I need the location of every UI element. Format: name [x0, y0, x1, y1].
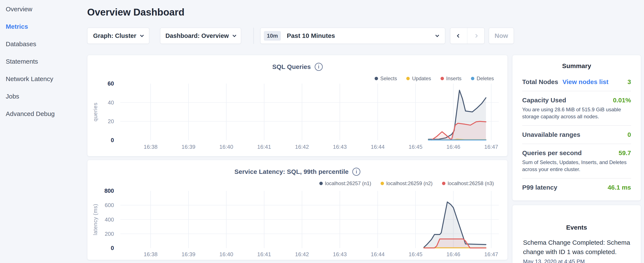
time-step-forward-button[interactable] — [467, 28, 484, 44]
sidebar-item-statements[interactable]: Statements — [0, 53, 85, 70]
summary-row-p99-latency: P99 latency 46.1 ms — [522, 178, 631, 196]
summary-row-total-nodes: Total Nodes View nodes list 3 — [522, 73, 631, 91]
view-nodes-list-link[interactable]: View nodes list — [562, 78, 608, 86]
service-latency-plot[interactable]: 16:3816:3916:4016:4116:4216:4316:4416:45… — [88, 160, 508, 260]
sidebar-item-overview[interactable]: Overview — [0, 1, 85, 18]
svg-text:16:46: 16:46 — [446, 251, 460, 257]
svg-text:16:39: 16:39 — [182, 144, 196, 150]
sql-queries-chart-card: SQL Queries i SelectsUpdatesInsertsDelet… — [87, 55, 508, 156]
toolbar: Graph: Cluster Dashboard: Overview 10m P… — [87, 28, 508, 44]
chevron-down-icon — [232, 33, 236, 37]
svg-text:16:45: 16:45 — [409, 144, 422, 150]
summary-row-description: You are using 28.6 MiB of 515.9 GiB usab… — [522, 106, 631, 120]
svg-text:20: 20 — [108, 118, 114, 124]
svg-text:latency (ms): latency (ms) — [92, 204, 98, 235]
sidebar-item-network-latency[interactable]: Network Latency — [0, 70, 85, 88]
svg-text:800: 800 — [104, 188, 114, 194]
svg-text:16:47: 16:47 — [484, 144, 498, 150]
svg-text:400: 400 — [105, 216, 114, 223]
chevron-down-icon — [435, 33, 439, 37]
chevron-right-icon — [474, 34, 478, 38]
svg-text:40: 40 — [108, 99, 114, 106]
svg-text:16:45: 16:45 — [409, 251, 422, 257]
chevron-down-icon — [140, 33, 144, 37]
summary-row-unavailable-ranges: Unavailable ranges 0 — [522, 125, 631, 144]
summary-row-value: 46.1 ms — [608, 184, 631, 191]
summary-row-value: 0 — [628, 131, 631, 138]
events-title: Events — [523, 224, 630, 231]
svg-text:16:46: 16:46 — [446, 144, 460, 150]
svg-text:16:44: 16:44 — [371, 144, 384, 150]
svg-text:16:43: 16:43 — [333, 251, 347, 257]
events-panel: Events Schema Change Completed: Schema c… — [512, 205, 641, 263]
page-title: Overview Dashboard — [87, 6, 508, 19]
svg-text:600: 600 — [105, 202, 114, 208]
svg-text:16:38: 16:38 — [144, 144, 158, 150]
service-latency-chart-card: Service Latency: SQL, 99th percentile i … — [87, 160, 508, 260]
svg-text:16:42: 16:42 — [295, 144, 309, 150]
svg-text:16:47: 16:47 — [484, 251, 498, 257]
svg-text:16:41: 16:41 — [257, 251, 271, 257]
summary-row-queries-per-second: Queries per second 59.7 Sum of Selects, … — [522, 144, 631, 178]
sidebar-item-metrics[interactable]: Metrics — [0, 18, 85, 35]
time-step-back-button[interactable] — [450, 28, 467, 44]
svg-text:0: 0 — [111, 245, 114, 251]
svg-text:16:44: 16:44 — [371, 251, 384, 257]
sidebar-nav: Overview Metrics Databases Statements Ne… — [0, 0, 85, 123]
main-content: Overview Dashboard Graph: Cluster Dashbo… — [87, 0, 508, 19]
time-window-label: Past 10 Minutes — [287, 32, 436, 39]
summary-row-capacity-used: Capacity Used 0.01% You are using 28.6 M… — [522, 91, 631, 125]
summary-row-label: P99 latency — [522, 184, 557, 191]
svg-text:16:43: 16:43 — [333, 144, 347, 150]
graph-scope-label: Graph: Cluster — [93, 32, 136, 39]
time-step-buttons — [450, 28, 484, 44]
graph-scope-dropdown[interactable]: Graph: Cluster — [87, 28, 149, 44]
time-window-badge: 10m — [264, 31, 281, 41]
svg-text:16:39: 16:39 — [182, 251, 196, 257]
toolbar-divider — [254, 28, 254, 44]
summary-row-value: 59.7 — [619, 149, 631, 157]
summary-row-value: 0.01% — [613, 97, 631, 104]
svg-text:16:41: 16:41 — [257, 144, 271, 150]
sql-queries-plot[interactable]: 16:3816:3916:4016:4116:4216:4316:4416:45… — [88, 55, 508, 156]
svg-text:16:42: 16:42 — [295, 251, 309, 257]
dashboard-dropdown[interactable]: Dashboard: Overview — [160, 28, 241, 44]
svg-text:16:40: 16:40 — [220, 144, 233, 150]
summary-row-label: Queries per second — [522, 149, 582, 157]
summary-rows: Total Nodes View nodes list 3 Capacity U… — [522, 73, 631, 196]
summary-panel: Summary Total Nodes View nodes list 3 Ca… — [512, 55, 641, 201]
svg-text:16:40: 16:40 — [220, 251, 233, 257]
summary-title: Summary — [522, 62, 631, 70]
svg-text:60: 60 — [108, 80, 114, 87]
sidebar-item-jobs[interactable]: Jobs — [0, 88, 85, 105]
right-sidebar: Summary Total Nodes View nodes list 3 Ca… — [512, 55, 641, 263]
summary-row-description: Sum of Selects, Updates, Inserts, and De… — [522, 159, 631, 173]
summary-row-label: Unavailable ranges — [522, 131, 580, 138]
overview-dashboard-page: { "header": { "title": "Overview Dashboa… — [0, 0, 644, 263]
chevron-left-icon — [457, 34, 460, 38]
time-range-dropdown[interactable]: 10m Past 10 Minutes — [260, 28, 445, 44]
dashboard-label: Dashboard: Overview — [166, 32, 229, 39]
event-timestamp: May 13, 2020 at 4:45 PM — [523, 258, 630, 263]
svg-text:200: 200 — [105, 231, 114, 237]
now-button[interactable]: Now — [489, 28, 514, 44]
summary-row-label: Capacity Used — [522, 97, 566, 104]
sidebar-item-advanced-debug[interactable]: Advanced Debug — [0, 105, 85, 123]
svg-text:queries: queries — [92, 103, 98, 122]
svg-text:16:38: 16:38 — [144, 251, 158, 257]
event-message: Schema Change Completed: Schema change w… — [523, 238, 630, 256]
sidebar-item-databases[interactable]: Databases — [0, 35, 85, 53]
summary-row-value: 3 — [628, 78, 631, 86]
svg-text:0: 0 — [111, 137, 114, 143]
summary-row-label: Total Nodes — [522, 78, 558, 86]
